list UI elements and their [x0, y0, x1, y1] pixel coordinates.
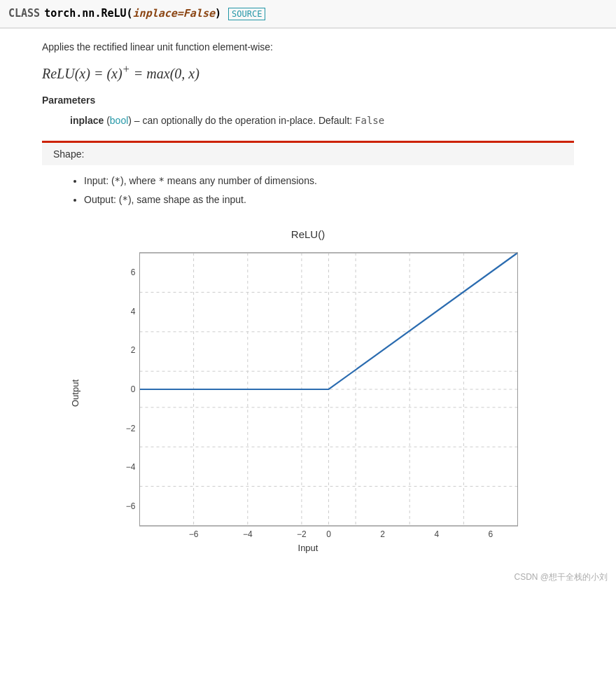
svg-text:0: 0 [131, 384, 136, 394]
watermark: CSDN @想干全栈的小刘 [0, 566, 616, 589]
param-description: – can optionally do the operation in-pla… [134, 115, 352, 126]
svg-text:6: 6 [489, 529, 493, 539]
shape-section: Shape: [42, 143, 574, 165]
x-axis-label: Input [70, 543, 546, 553]
svg-text:2: 2 [380, 529, 385, 539]
svg-text:4: 4 [131, 307, 136, 316]
svg-text:−6: −6 [189, 529, 199, 539]
y-axis-label: Output [70, 380, 80, 407]
svg-text:−2: −2 [297, 529, 307, 539]
chart-container: ReLU() Output [70, 228, 546, 553]
svg-text:−4: −4 [243, 529, 253, 539]
chart-svg-wrap: Output [70, 246, 546, 540]
math-formula: ReLU(x) = (x)+ = max(0, x) [42, 62, 574, 82]
shape-list: Input: (*), where * means any number of … [42, 174, 574, 207]
applies-description: Applies the rectified linear unit functi… [42, 41, 574, 53]
svg-text:6: 6 [131, 267, 136, 277]
page-wrapper: CLASS torch.nn.ReLU(inplace=False) SOURC… [0, 0, 616, 589]
list-item: Output: (*), same shape as the input. [84, 193, 574, 207]
params-heading: Parameters [42, 95, 574, 106]
svg-text:−6: −6 [126, 501, 136, 511]
param-type: bool [110, 115, 128, 126]
shape-label: Shape: [53, 148, 84, 160]
svg-text:4: 4 [434, 529, 439, 539]
class-name-text: torch.nn.ReLU(inplace=False) [44, 7, 221, 20]
source-link[interactable]: SOURCE [228, 8, 265, 20]
param-row: inplace (bool) – can optionally do the o… [42, 113, 574, 128]
svg-text:0: 0 [326, 529, 331, 539]
svg-text:−2: −2 [126, 424, 136, 433]
chart-svg: −6 −4 −2 0 2 4 6 6 [83, 246, 546, 540]
svg-text:2: 2 [131, 345, 136, 355]
param-default: False [355, 115, 384, 126]
param-name: inplace [70, 115, 104, 126]
chart-title: ReLU() [70, 228, 546, 240]
svg-text:−4: −4 [126, 462, 136, 472]
main-content: Applies the rectified linear unit functi… [0, 29, 616, 566]
class-header: CLASS torch.nn.ReLU(inplace=False) SOURC… [0, 0, 616, 29]
list-item: Input: (*), where * means any number of … [84, 174, 574, 188]
class-keyword: CLASS [8, 7, 40, 20]
